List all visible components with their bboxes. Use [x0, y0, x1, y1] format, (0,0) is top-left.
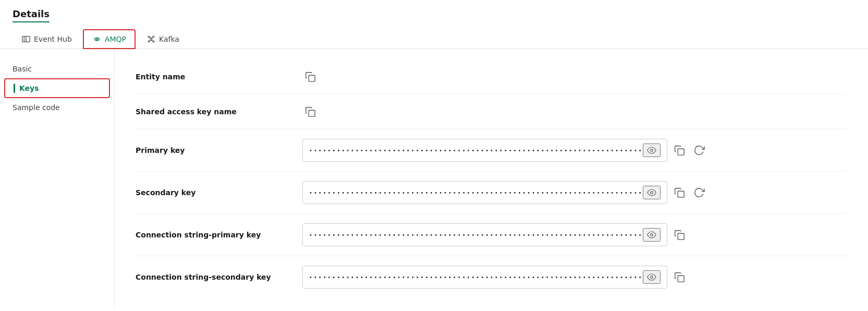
svg-line-10	[149, 40, 151, 41]
connection-string-primary-dots: ••••••••••••••••••••••••••••••••••••••••…	[309, 232, 643, 238]
sidebar-item-keys[interactable]: Keys	[4, 78, 110, 98]
field-label-connection-string-secondary: Connection string-secondary key	[136, 273, 302, 281]
field-label-primary-key: Primary key	[136, 146, 302, 154]
copy-button-connection-string-secondary[interactable]	[671, 269, 687, 285]
tabs-row: Event Hub AMQP	[13, 29, 855, 49]
field-value-secondary-key: ••••••••••••••••••••••••••••••••••••••••…	[302, 181, 847, 204]
sidebar-item-basic[interactable]: Basic	[0, 59, 114, 78]
event-hub-icon	[21, 34, 31, 44]
field-row-connection-string-secondary: Connection string-secondary key ••••••••…	[136, 256, 847, 298]
svg-rect-13	[309, 110, 315, 116]
secondary-key-eye-button[interactable]	[643, 186, 661, 199]
svg-rect-17	[678, 191, 684, 197]
svg-point-18	[651, 234, 653, 236]
svg-line-11	[151, 40, 153, 41]
sidebar-item-sample-code-label: Sample code	[13, 103, 60, 112]
sidebar-item-sample-code[interactable]: Sample code	[0, 98, 114, 117]
copy-button-connection-string-primary[interactable]	[671, 227, 687, 243]
connection-string-secondary-eye-button[interactable]	[643, 270, 661, 284]
field-row-connection-string-primary: Connection string-primary key ••••••••••…	[136, 214, 847, 256]
active-indicator	[14, 83, 15, 93]
field-row-shared-access-key-name: Shared access key name	[136, 94, 847, 129]
refresh-button-primary-key[interactable]	[691, 142, 707, 158]
sidebar-item-basic-label: Basic	[13, 65, 32, 73]
svg-rect-19	[678, 233, 684, 240]
secondary-key-input[interactable]: ••••••••••••••••••••••••••••••••••••••••…	[302, 181, 667, 204]
field-row-entity-name: Entity name	[136, 59, 847, 94]
field-value-connection-string-primary: ••••••••••••••••••••••••••••••••••••••••…	[302, 223, 847, 246]
main-content: Basic Keys Sample code Entity name	[0, 49, 868, 308]
connection-string-secondary-dots: ••••••••••••••••••••••••••••••••••••••••…	[309, 274, 643, 280]
copy-button-secondary-key[interactable]	[671, 185, 687, 200]
copy-button-entity-name[interactable]	[302, 69, 318, 85]
copy-button-shared-access-key-name[interactable]	[302, 104, 318, 119]
field-value-connection-string-secondary: ••••••••••••••••••••••••••••••••••••••••…	[302, 266, 847, 289]
svg-point-3	[150, 38, 152, 40]
tab-kafka[interactable]: Kafka	[138, 30, 188, 49]
sidebar-item-keys-label: Keys	[19, 84, 39, 92]
refresh-button-secondary-key[interactable]	[691, 185, 707, 200]
svg-line-8	[149, 37, 151, 38]
primary-key-eye-button[interactable]	[643, 143, 661, 157]
svg-line-9	[151, 37, 153, 38]
field-value-entity-name	[302, 69, 847, 85]
svg-rect-21	[678, 276, 684, 282]
field-label-connection-string-primary: Connection string-primary key	[136, 231, 302, 239]
primary-key-input[interactable]: ••••••••••••••••••••••••••••••••••••••••…	[302, 139, 667, 162]
page-title: Details	[13, 8, 50, 22]
sidebar: Basic Keys Sample code	[0, 49, 115, 308]
svg-rect-15	[678, 149, 684, 155]
field-value-primary-key: ••••••••••••••••••••••••••••••••••••••••…	[302, 139, 847, 162]
kafka-icon	[146, 34, 156, 44]
field-label-entity-name: Entity name	[136, 73, 302, 81]
amqp-icon	[92, 34, 102, 44]
field-row-secondary-key: Secondary key ••••••••••••••••••••••••••…	[136, 172, 847, 214]
page-container: Details Event Hub	[0, 0, 868, 311]
header: Details Event Hub	[0, 0, 868, 49]
field-label-shared-access-key-name: Shared access key name	[136, 107, 302, 116]
field-row-primary-key: Primary key ••••••••••••••••••••••••••••…	[136, 129, 847, 172]
svg-point-20	[651, 276, 653, 279]
content-area: Entity name Shared access key name	[115, 49, 868, 308]
svg-point-16	[651, 192, 653, 194]
tab-event-hub-label: Event Hub	[34, 35, 72, 43]
tab-amqp[interactable]: AMQP	[83, 29, 136, 49]
field-value-shared-access-key-name	[302, 104, 847, 119]
svg-point-14	[651, 149, 653, 152]
primary-key-dots: ••••••••••••••••••••••••••••••••••••••••…	[309, 148, 643, 153]
connection-string-primary-eye-button[interactable]	[643, 228, 661, 242]
connection-string-secondary-input[interactable]: ••••••••••••••••••••••••••••••••••••••••…	[302, 266, 667, 289]
tab-event-hub[interactable]: Event Hub	[13, 30, 81, 49]
svg-rect-12	[309, 75, 315, 81]
connection-string-primary-input[interactable]: ••••••••••••••••••••••••••••••••••••••••…	[302, 223, 667, 246]
copy-button-primary-key[interactable]	[671, 142, 687, 158]
secondary-key-dots: ••••••••••••••••••••••••••••••••••••••••…	[309, 190, 643, 196]
tab-amqp-label: AMQP	[105, 35, 126, 43]
field-label-secondary-key: Secondary key	[136, 188, 302, 197]
tab-kafka-label: Kafka	[159, 35, 179, 43]
